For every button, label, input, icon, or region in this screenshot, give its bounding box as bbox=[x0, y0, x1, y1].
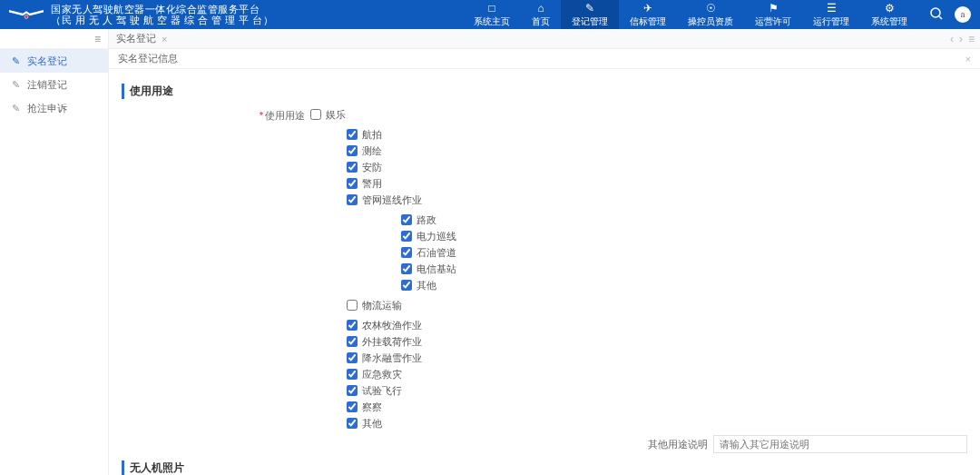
checkbox-sub-0[interactable]: 路政 bbox=[401, 212, 456, 228]
checkbox-sub-1[interactable]: 电力巡线 bbox=[401, 228, 456, 244]
checkbox-sub-3[interactable]: 电信基站 bbox=[401, 261, 456, 277]
checkbox-logistics[interactable]: 物流运输 bbox=[347, 297, 402, 313]
section-usage-title: 使用用途 bbox=[122, 84, 967, 99]
platform-title-2: （民 用 无 人 驾 驶 航 空 器 综 合 管 理 平 台） bbox=[51, 15, 273, 25]
nav-icon: ⚑ bbox=[767, 2, 779, 15]
nav-item-6[interactable]: ☰运行管理 bbox=[802, 0, 860, 29]
content: 使用用途 *使用用途 娱乐 航拍测绘安防警用管网巡线作业 路政电力巡线石油管道电… bbox=[109, 69, 980, 475]
nav-icon: ✎ bbox=[583, 2, 596, 15]
checkbox-cat1-0[interactable]: 航拍 bbox=[347, 126, 422, 143]
nav-item-5[interactable]: ⚑运营许可 bbox=[744, 0, 802, 29]
other-desc-input[interactable] bbox=[713, 435, 967, 453]
checkbox-cat2-4[interactable]: 试验飞行 bbox=[347, 382, 422, 399]
section-photo-title: 无人机照片 bbox=[122, 460, 967, 475]
checkbox-sub-4[interactable]: 其他 bbox=[401, 277, 456, 293]
nav-icon: ☉ bbox=[704, 2, 717, 15]
sidebar-item-0[interactable]: ✎实名登记 bbox=[0, 49, 108, 73]
top-nav: □系统主页⌂首页✎登记管理✈信标管理☉操控员资质⚑运营许可☰运行管理⚙系统管理 bbox=[463, 0, 918, 29]
checkbox-cat2-2[interactable]: 降水融雪作业 bbox=[347, 350, 422, 366]
usage-label: *使用用途 bbox=[122, 106, 310, 123]
panel-header: 实名登记信息 × bbox=[109, 49, 980, 69]
checkbox-entertainment[interactable]: 娱乐 bbox=[310, 106, 346, 123]
doc-icon: ✎ bbox=[9, 78, 22, 91]
main: 实名登记 × ‹ › ≡ 实名登记信息 × 使用用途 *使用用途 娱乐 航拍测绘… bbox=[109, 29, 980, 475]
tab-nav-arrows: ‹ › ≡ bbox=[950, 33, 980, 45]
search-icon[interactable] bbox=[929, 6, 944, 24]
tab-prev-icon[interactable]: ‹ bbox=[950, 33, 954, 45]
tab-label: 实名登记 bbox=[116, 32, 156, 45]
tab-menu-icon[interactable]: ≡ bbox=[968, 33, 975, 45]
svg-line-3 bbox=[939, 16, 942, 19]
nav-icon: ☰ bbox=[825, 2, 838, 15]
logo-icon bbox=[9, 6, 44, 23]
checkbox-cat1-2[interactable]: 安防 bbox=[347, 159, 422, 175]
checkbox-cat2-3[interactable]: 应急救灾 bbox=[347, 366, 422, 382]
doc-icon: ✎ bbox=[9, 54, 22, 67]
checkbox-cat2-5[interactable]: 察察 bbox=[347, 399, 422, 415]
checkbox-cat2-0[interactable]: 农林牧渔作业 bbox=[347, 317, 422, 333]
checkbox-cat1-3[interactable]: 警用 bbox=[347, 175, 422, 192]
checkbox-sub-2[interactable]: 石油管道 bbox=[401, 244, 456, 261]
tab-close-icon[interactable]: × bbox=[162, 34, 167, 45]
checkbox-cat2-6[interactable]: 其他 bbox=[347, 415, 422, 431]
other-desc-label: 其他用途说明 bbox=[122, 438, 713, 451]
nav-item-7[interactable]: ⚙系统管理 bbox=[860, 0, 918, 29]
nav-icon: ✈ bbox=[642, 2, 654, 15]
nav-icon: □ bbox=[485, 2, 498, 15]
nav-item-3[interactable]: ✈信标管理 bbox=[619, 0, 677, 29]
svg-point-2 bbox=[931, 8, 940, 17]
sidebar-item-1[interactable]: ✎注销登记 bbox=[0, 73, 108, 96]
nav-icon: ⌂ bbox=[534, 2, 547, 15]
nav-item-1[interactable]: ⌂首页 bbox=[521, 0, 561, 29]
nav-icon: ⚙ bbox=[883, 2, 896, 15]
svg-point-1 bbox=[24, 15, 28, 19]
topbar: 国家无人驾驶航空器一体化综合监管服务平台 （民 用 无 人 驾 驶 航 空 器 … bbox=[0, 0, 980, 29]
sidebar: ≡ ✎实名登记✎注销登记✎抢注申诉 bbox=[0, 29, 109, 475]
checkbox-cat1-1[interactable]: 测绘 bbox=[347, 143, 422, 159]
tab-next-icon[interactable]: › bbox=[959, 33, 963, 45]
panel-title: 实名登记信息 bbox=[118, 52, 178, 65]
nav-item-4[interactable]: ☉操控员资质 bbox=[677, 0, 744, 29]
tab-realname[interactable]: 实名登记 × bbox=[116, 29, 167, 49]
platform-title-1: 国家无人驾驶航空器一体化综合监管服务平台 bbox=[51, 4, 273, 15]
avatar[interactable]: a bbox=[955, 6, 971, 23]
nav-item-0[interactable]: □系统主页 bbox=[463, 0, 521, 29]
tabbar: 实名登记 × ‹ › ≡ bbox=[109, 29, 980, 49]
sidebar-item-2[interactable]: ✎抢注申诉 bbox=[0, 96, 108, 120]
checkbox-cat1-4[interactable]: 管网巡线作业 bbox=[347, 192, 422, 208]
panel-close-icon[interactable]: × bbox=[965, 54, 971, 64]
brand: 国家无人驾驶航空器一体化综合监管服务平台 （民 用 无 人 驾 驶 航 空 器 … bbox=[9, 4, 273, 25]
doc-icon: ✎ bbox=[9, 102, 22, 114]
checkbox-cat2-1[interactable]: 外挂载荷作业 bbox=[347, 333, 422, 350]
svg-marker-0 bbox=[9, 10, 44, 15]
nav-item-2[interactable]: ✎登记管理 bbox=[561, 0, 619, 29]
sidebar-collapse[interactable]: ≡ bbox=[0, 29, 108, 49]
